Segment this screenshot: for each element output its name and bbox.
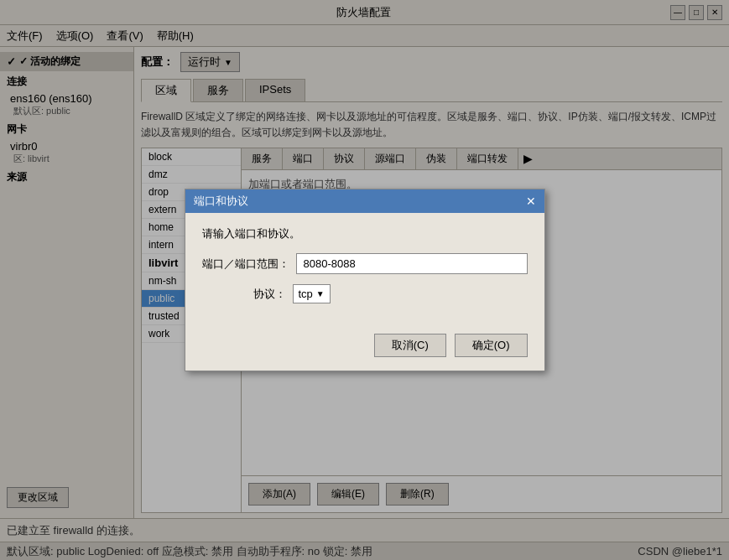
protocol-value: tcp <box>299 288 313 300</box>
modal-title: 端口和协议 <box>194 194 248 209</box>
ok-button[interactable]: 确定(O) <box>455 334 528 357</box>
port-label: 端口／端口范围： <box>202 257 289 272</box>
modal-close-btn[interactable]: ✕ <box>526 194 536 208</box>
protocol-select[interactable]: tcp ▼ <box>293 284 331 303</box>
port-row: 端口／端口范围： <box>202 253 528 274</box>
modal-body: 请输入端口和协议。 端口／端口范围： 协议： tcp ▼ <box>185 213 544 327</box>
modal-description: 请输入端口和协议。 <box>202 226 528 241</box>
modal-titlebar: 端口和协议 ✕ <box>185 189 544 213</box>
port-protocol-dialog: 端口和协议 ✕ 请输入端口和协议。 端口／端口范围： 协议： tcp ▼ 取消(… <box>185 189 545 371</box>
protocol-row: 协议： tcp ▼ <box>202 284 528 303</box>
modal-footer: 取消(C) 确定(O) <box>185 327 544 371</box>
modal-overlay: 端口和协议 ✕ 请输入端口和协议。 端口／端口范围： 协议： tcp ▼ 取消(… <box>0 0 729 560</box>
protocol-chevron-icon: ▼ <box>316 289 325 298</box>
port-input[interactable] <box>296 253 528 274</box>
cancel-button[interactable]: 取消(C) <box>374 334 446 357</box>
protocol-label: 协议： <box>202 287 286 302</box>
